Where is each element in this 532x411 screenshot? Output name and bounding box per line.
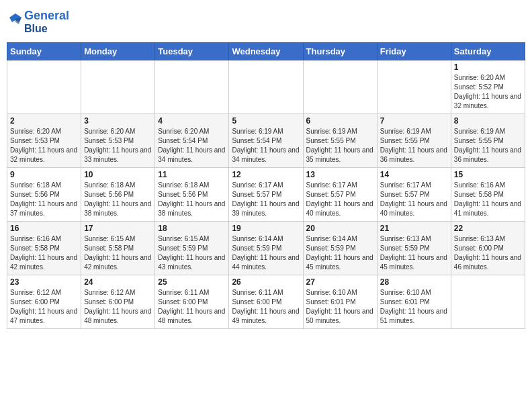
day-info: Sunrise: 6:19 AM Sunset: 5:55 PM Dayligh… (306, 127, 374, 165)
calendar-cell: 20Sunrise: 6:14 AM Sunset: 5:59 PM Dayli… (303, 222, 377, 275)
page-header: General Blue (7, 7, 525, 37)
day-number: 7 (380, 116, 448, 126)
day-number: 10 (84, 170, 152, 179)
calendar-cell: 22Sunrise: 6:13 AM Sunset: 6:00 PM Dayli… (451, 222, 525, 275)
logo-blue: Blue (24, 23, 69, 35)
calendar-cell: 13Sunrise: 6:17 AM Sunset: 5:57 PM Dayli… (303, 168, 377, 222)
day-number: 17 (84, 224, 152, 233)
calendar-week-row: 16Sunrise: 6:16 AM Sunset: 5:58 PM Dayli… (7, 222, 525, 275)
day-info: Sunrise: 6:18 AM Sunset: 5:56 PM Dayligh… (10, 181, 78, 218)
logo: General Blue (9, 9, 69, 34)
day-number: 28 (380, 277, 448, 287)
day-info: Sunrise: 6:15 AM Sunset: 5:59 PM Dayligh… (158, 234, 226, 272)
calendar-cell (303, 60, 377, 114)
day-info: Sunrise: 6:10 AM Sunset: 6:01 PM Dayligh… (380, 288, 448, 326)
day-info: Sunrise: 6:19 AM Sunset: 5:55 PM Dayligh… (380, 127, 448, 165)
calendar-week-row: 23Sunrise: 6:12 AM Sunset: 6:00 PM Dayli… (7, 275, 525, 329)
calendar-cell: 14Sunrise: 6:17 AM Sunset: 5:57 PM Dayli… (377, 168, 451, 222)
day-number: 11 (158, 170, 226, 179)
calendar-cell: 11Sunrise: 6:18 AM Sunset: 5:56 PM Dayli… (155, 168, 229, 222)
calendar-cell: 16Sunrise: 6:16 AM Sunset: 5:58 PM Dayli… (7, 222, 81, 275)
day-number: 12 (232, 170, 300, 179)
day-number: 14 (380, 170, 448, 179)
calendar-cell: 2Sunrise: 6:20 AM Sunset: 5:53 PM Daylig… (7, 114, 81, 168)
day-info: Sunrise: 6:20 AM Sunset: 5:54 PM Dayligh… (158, 127, 226, 165)
calendar-cell: 27Sunrise: 6:10 AM Sunset: 6:01 PM Dayli… (303, 275, 377, 329)
calendar-cell: 12Sunrise: 6:17 AM Sunset: 5:57 PM Dayli… (229, 168, 303, 222)
day-info: Sunrise: 6:17 AM Sunset: 5:57 PM Dayligh… (380, 181, 448, 218)
weekday-header: Sunday (7, 43, 81, 60)
weekday-header: Saturday (451, 43, 525, 60)
day-number: 24 (84, 277, 152, 287)
day-info: Sunrise: 6:11 AM Sunset: 6:00 PM Dayligh… (158, 288, 226, 326)
calendar-cell (7, 60, 81, 114)
weekday-header: Wednesday (229, 43, 303, 60)
day-number: 26 (232, 277, 300, 287)
calendar-week-row: 1Sunrise: 6:20 AM Sunset: 5:52 PM Daylig… (7, 60, 525, 114)
day-number: 27 (306, 277, 374, 287)
calendar-cell: 21Sunrise: 6:13 AM Sunset: 5:59 PM Dayli… (377, 222, 451, 275)
calendar-cell: 26Sunrise: 6:11 AM Sunset: 6:00 PM Dayli… (229, 275, 303, 329)
calendar-cell: 28Sunrise: 6:10 AM Sunset: 6:01 PM Dayli… (377, 275, 451, 329)
day-info: Sunrise: 6:20 AM Sunset: 5:52 PM Dayligh… (454, 73, 522, 111)
day-number: 19 (232, 224, 300, 233)
day-info: Sunrise: 6:16 AM Sunset: 5:58 PM Dayligh… (454, 181, 522, 218)
day-info: Sunrise: 6:12 AM Sunset: 6:00 PM Dayligh… (10, 288, 78, 326)
day-number: 21 (380, 224, 448, 233)
day-info: Sunrise: 6:17 AM Sunset: 5:57 PM Dayligh… (306, 181, 374, 218)
weekday-header-row: SundayMondayTuesdayWednesdayThursdayFrid… (7, 43, 525, 60)
calendar-cell: 6Sunrise: 6:19 AM Sunset: 5:55 PM Daylig… (303, 114, 377, 168)
day-info: Sunrise: 6:20 AM Sunset: 5:53 PM Dayligh… (84, 127, 152, 165)
day-number: 9 (10, 170, 78, 179)
calendar-cell: 23Sunrise: 6:12 AM Sunset: 6:00 PM Dayli… (7, 275, 81, 329)
day-number: 2 (10, 116, 78, 126)
day-number: 16 (10, 224, 78, 233)
calendar-cell: 4Sunrise: 6:20 AM Sunset: 5:54 PM Daylig… (155, 114, 229, 168)
day-number: 23 (10, 277, 78, 287)
calendar-cell: 7Sunrise: 6:19 AM Sunset: 5:55 PM Daylig… (377, 114, 451, 168)
day-info: Sunrise: 6:13 AM Sunset: 5:59 PM Dayligh… (380, 234, 448, 272)
day-info: Sunrise: 6:10 AM Sunset: 6:01 PM Dayligh… (306, 288, 374, 326)
calendar-cell: 5Sunrise: 6:19 AM Sunset: 5:54 PM Daylig… (229, 114, 303, 168)
calendar-cell: 15Sunrise: 6:16 AM Sunset: 5:58 PM Dayli… (451, 168, 525, 222)
calendar-table: SundayMondayTuesdayWednesdayThursdayFrid… (7, 42, 525, 329)
day-info: Sunrise: 6:19 AM Sunset: 5:54 PM Dayligh… (232, 127, 300, 165)
logo-bird-icon (9, 12, 21, 32)
day-number: 1 (454, 62, 522, 72)
day-number: 13 (306, 170, 374, 179)
weekday-header: Tuesday (155, 43, 229, 60)
calendar-cell (155, 60, 229, 114)
day-info: Sunrise: 6:14 AM Sunset: 5:59 PM Dayligh… (232, 234, 300, 272)
day-number: 3 (84, 116, 152, 126)
calendar-cell: 25Sunrise: 6:11 AM Sunset: 6:00 PM Dayli… (155, 275, 229, 329)
calendar-cell: 18Sunrise: 6:15 AM Sunset: 5:59 PM Dayli… (155, 222, 229, 275)
day-number: 20 (306, 224, 374, 233)
calendar-cell (451, 275, 525, 329)
day-info: Sunrise: 6:14 AM Sunset: 5:59 PM Dayligh… (306, 234, 374, 272)
day-info: Sunrise: 6:17 AM Sunset: 5:57 PM Dayligh… (232, 181, 300, 218)
calendar-week-row: 9Sunrise: 6:18 AM Sunset: 5:56 PM Daylig… (7, 168, 525, 222)
day-info: Sunrise: 6:13 AM Sunset: 6:00 PM Dayligh… (454, 234, 522, 272)
day-number: 15 (454, 170, 522, 179)
calendar-cell: 24Sunrise: 6:12 AM Sunset: 6:00 PM Dayli… (81, 275, 155, 329)
day-info: Sunrise: 6:20 AM Sunset: 5:53 PM Dayligh… (10, 127, 78, 165)
day-number: 22 (454, 224, 522, 233)
logo-general: General (24, 9, 69, 23)
calendar-cell: 8Sunrise: 6:19 AM Sunset: 5:55 PM Daylig… (451, 114, 525, 168)
day-number: 25 (158, 277, 226, 287)
day-info: Sunrise: 6:18 AM Sunset: 5:56 PM Dayligh… (158, 181, 226, 218)
day-info: Sunrise: 6:18 AM Sunset: 5:56 PM Dayligh… (84, 181, 152, 218)
calendar-cell: 10Sunrise: 6:18 AM Sunset: 5:56 PM Dayli… (81, 168, 155, 222)
day-number: 5 (232, 116, 300, 126)
calendar-week-row: 2Sunrise: 6:20 AM Sunset: 5:53 PM Daylig… (7, 114, 525, 168)
day-info: Sunrise: 6:15 AM Sunset: 5:58 PM Dayligh… (84, 234, 152, 272)
day-number: 4 (158, 116, 226, 126)
calendar-cell (229, 60, 303, 114)
calendar-cell (377, 60, 451, 114)
calendar-cell (81, 60, 155, 114)
day-info: Sunrise: 6:12 AM Sunset: 6:00 PM Dayligh… (84, 288, 152, 326)
calendar-cell: 19Sunrise: 6:14 AM Sunset: 5:59 PM Dayli… (229, 222, 303, 275)
day-info: Sunrise: 6:11 AM Sunset: 6:00 PM Dayligh… (232, 288, 300, 326)
calendar-cell: 3Sunrise: 6:20 AM Sunset: 5:53 PM Daylig… (81, 114, 155, 168)
day-number: 8 (454, 116, 522, 126)
